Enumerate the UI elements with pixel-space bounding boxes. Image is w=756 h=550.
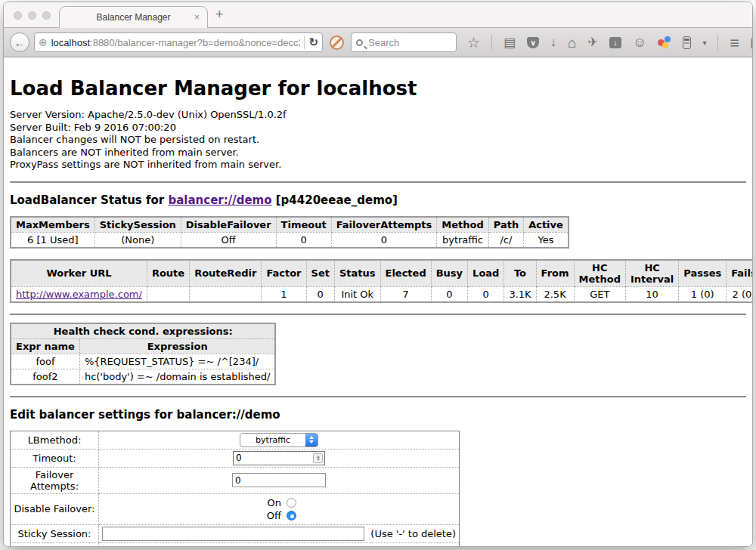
- disable-failover-row: Disable Failover: On Off: [11, 493, 460, 524]
- disable-failover-off-radio[interactable]: [287, 511, 296, 521]
- home-icon[interactable]: ⌂: [568, 36, 576, 50]
- add-worker-row: Add New Worker: Are you sure?: [11, 542, 460, 547]
- disable-failover-on-radio[interactable]: [287, 498, 296, 508]
- browser-tab[interactable]: Balancer Manager ×: [59, 6, 208, 28]
- health-header-row: Expr name Expression: [11, 338, 275, 354]
- number-spinner-icon[interactable]: [313, 453, 323, 463]
- section-divider: [10, 181, 746, 183]
- downloads-icon[interactable]: ↓: [550, 36, 556, 48]
- lbmethod-label: LBmethod:: [11, 431, 99, 449]
- cell-stickysession: (None): [94, 232, 181, 248]
- urlbar-divider: [304, 36, 305, 49]
- col-fails: Fails: [727, 260, 753, 287]
- cell-timeout: 0: [276, 232, 331, 248]
- back-button[interactable]: ←: [10, 32, 29, 52]
- window-controls: [14, 11, 51, 20]
- url-bar[interactable]: ⊕ localhost:8880/balancer-manager?b=demo…: [34, 32, 323, 52]
- back-icon: ←: [14, 36, 26, 49]
- balancer-data-row: 6 [1 Used] (None) Off 0 0 bytraffic /c/ …: [11, 232, 569, 248]
- lbmethod-row: LBmethod: bytraffic: [11, 431, 460, 449]
- status-heading: LoadBalancer Status for balancer://demo …: [10, 193, 746, 207]
- health-table-title: Health check cond. expressions:: [11, 323, 275, 339]
- failover-attempts-input[interactable]: [232, 473, 326, 487]
- tab-title: Balancer Manager: [96, 12, 170, 23]
- cell-maxmembers: 6 [1 Used]: [11, 232, 94, 248]
- tiles-icon[interactable]: ▦: [750, 36, 753, 49]
- sticky-session-label: Sticky Session:: [11, 524, 99, 542]
- cell-expr-name-1: foof: [11, 354, 79, 369]
- add-worker-label: Add New Worker:: [11, 542, 99, 547]
- col-expression: Expression: [79, 338, 275, 354]
- url-path: :8880/balancer-manager?b=demo&nonce=decc…: [90, 37, 300, 48]
- disable-failover-label: Disable Failover:: [11, 493, 99, 524]
- save-page-icon[interactable]: ↓: [609, 37, 621, 48]
- search-box[interactable]: [351, 32, 457, 52]
- globe-icon: ⊕: [39, 36, 48, 48]
- reload-icon[interactable]: ↻: [308, 36, 318, 49]
- sticky-session-input[interactable]: [102, 527, 364, 541]
- balancer-settings-form: LBmethod: bytraffic Timeout:: [10, 431, 460, 548]
- col-expr-name: Expr name: [11, 338, 79, 354]
- url-text: localhost:8880/balancer-manager?b=demo&n…: [51, 37, 301, 48]
- overflow-caret-icon[interactable]: ▾: [702, 39, 706, 47]
- persist-note: Balancer changes will NOT be persisted o…: [10, 134, 746, 147]
- lbmethod-selected-value: bytraffic: [240, 434, 305, 446]
- col-disablefailover: DisableFailover: [181, 217, 276, 233]
- chat-smiley-icon[interactable]: ☺: [633, 36, 646, 49]
- window-zoom-button[interactable]: [42, 11, 51, 20]
- url-host: localhost: [51, 37, 90, 48]
- timeout-row: Timeout:: [11, 449, 460, 467]
- col-hc-interval: HC Interval: [625, 260, 678, 287]
- cell-worker-url: http://www.example.com/: [11, 286, 147, 302]
- section-divider-2: [10, 314, 746, 315]
- col-to: To: [504, 260, 536, 287]
- page-content: Load Balancer Manager for localhost Serv…: [4, 57, 752, 547]
- balancer-link[interactable]: balancer://demo: [168, 193, 271, 207]
- balancer-status-table: MaxMembers StickySession DisableFailover…: [10, 216, 569, 249]
- window-close-button[interactable]: [14, 11, 22, 20]
- timeout-label: Timeout:: [11, 449, 99, 467]
- battery-icon[interactable]: [683, 36, 691, 49]
- cell-hc-method: GET: [574, 286, 625, 302]
- failover-attempts-row: Failover Attempts:: [11, 467, 460, 493]
- content-block-icon[interactable]: [330, 36, 344, 50]
- col-elected: Elected: [380, 260, 431, 287]
- col-passes: Passes: [679, 260, 727, 287]
- pocket-icon[interactable]: ∨: [527, 37, 539, 48]
- new-tab-button[interactable]: +: [215, 7, 224, 23]
- search-input[interactable]: [367, 36, 451, 49]
- tab-close-icon[interactable]: ×: [194, 12, 200, 23]
- failover-attempts-label: Failover Attempts:: [11, 467, 99, 493]
- col-stickysession: StickySession: [94, 217, 181, 233]
- cell-route: [147, 286, 189, 302]
- cell-failoverattempts: 0: [331, 232, 437, 248]
- status-heading-prefix: LoadBalancer Status for: [10, 193, 168, 207]
- worker-url-link[interactable]: http://www.example.com/: [16, 289, 142, 300]
- col-status: Status: [334, 260, 380, 287]
- cell-expression-1: %{REQUEST_STATUS} =~ /^[234]/: [79, 354, 275, 369]
- server-version: Server Version: Apache/2.5.0-dev (Unix) …: [10, 109, 746, 122]
- inherit-note: Balancers are NOT inherited from main se…: [10, 147, 746, 159]
- menu-icon[interactable]: ≡: [730, 35, 738, 51]
- health-title-row: Health check cond. expressions:: [11, 323, 275, 339]
- cell-method: bytraffic: [437, 232, 488, 248]
- col-busy: Busy: [431, 260, 467, 287]
- proxypass-note: ProxyPass settings are NOT inherited fro…: [10, 159, 746, 171]
- bookmarks-menu-icon[interactable]: ▤: [503, 36, 516, 49]
- lbmethod-select[interactable]: bytraffic: [240, 433, 318, 447]
- cell-set: 0: [306, 286, 334, 302]
- browser-window: Balancer Manager × + ← ⊕ localhost:8880/…: [3, 2, 753, 547]
- pocket-glyph: ∨: [530, 39, 535, 47]
- sticky-session-row: Sticky Session: (Use '-' to delete): [11, 524, 460, 542]
- cell-hc-interval: 10: [625, 286, 678, 302]
- cell-passes: 1 (0): [679, 286, 727, 302]
- worker-table: Worker URL Route RouteRedir Factor Set S…: [10, 259, 753, 303]
- cell-expr-name-2: foof2: [11, 369, 79, 385]
- send-icon[interactable]: ✈: [588, 36, 598, 48]
- col-route: Route: [147, 260, 189, 287]
- colored-dots-icon[interactable]: [658, 36, 671, 48]
- bookmark-star-icon[interactable]: ☆: [467, 36, 480, 50]
- window-minimize-button[interactable]: [28, 11, 36, 20]
- timeout-input[interactable]: [233, 451, 325, 465]
- col-failoverattempts: FailoverAttempts: [331, 217, 437, 233]
